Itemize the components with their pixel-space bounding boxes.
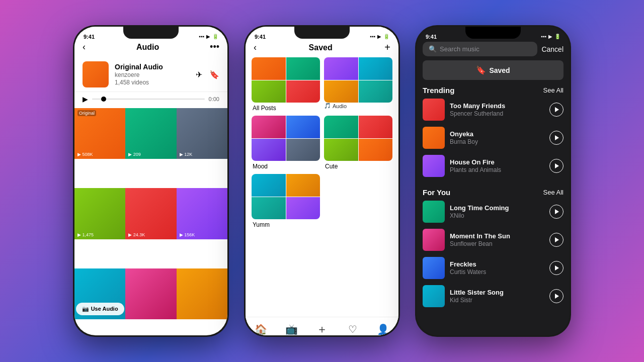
collection-cute[interactable]: Cute: [324, 116, 392, 170]
music-item-onyeka[interactable]: Onyeka Burna Boy: [423, 127, 564, 149]
collection-audio[interactable]: 🎵Audio: [324, 57, 392, 112]
saved-tab[interactable]: 🔖 Saved: [423, 60, 564, 80]
collection-name-mood: Mood: [252, 163, 320, 170]
nav-create-icon[interactable]: ＋: [313, 322, 331, 335]
music-item-freckles[interactable]: Freckles Curtis Waters: [423, 257, 564, 279]
video-cell[interactable]: ▶ 209: [125, 108, 176, 159]
nav-profile-icon[interactable]: 👤: [374, 322, 392, 335]
status-time-1: 9:41: [84, 34, 95, 40]
music-art: [423, 229, 445, 251]
video-cell[interactable]: ▶ 1,475: [74, 188, 125, 239]
audio-video-count: 1,458 videos: [115, 79, 190, 86]
collection-yumm[interactable]: Yumm: [252, 174, 320, 228]
play-button-1[interactable]: [549, 103, 564, 117]
status-time-2: 9:41: [255, 34, 266, 40]
music-art: [423, 285, 445, 307]
music-artist: Burna Boy: [450, 138, 544, 145]
back-icon[interactable]: ‹: [83, 42, 86, 52]
status-icons-1: ▪▪▪▶🔋: [199, 34, 218, 39]
music-art: [423, 201, 445, 223]
play-button-3[interactable]: [549, 159, 564, 173]
music-title: Onyeka: [450, 130, 544, 138]
cancel-button[interactable]: Cancel: [541, 45, 564, 53]
saved-header: ‹ Saved +: [246, 40, 398, 57]
trending-title: Trending: [423, 86, 454, 95]
add-icon[interactable]: +: [384, 42, 390, 53]
audio-progress: ▶ 0:00: [74, 92, 227, 108]
collection-mood[interactable]: Mood: [252, 116, 320, 170]
video-cell[interactable]: 📷 Use Audio: [74, 268, 125, 319]
music-artist: Spencer Sutherland: [450, 110, 544, 117]
status-icons-2: ▪▪▪▶🔋: [370, 34, 389, 39]
collection-name-all-posts: All Posts: [252, 105, 320, 112]
nav-home-icon[interactable]: 🏠: [252, 322, 270, 335]
bookmark-icon[interactable]: 🔖: [209, 70, 219, 79]
collection-name-yumm: Yumm: [252, 221, 320, 228]
play-button-2[interactable]: [549, 131, 564, 145]
video-cell[interactable]: Original ▶ 508K: [74, 108, 125, 159]
collection-name-cute: Cute: [324, 163, 392, 170]
music-item-moment-sun[interactable]: Moment In The Sun Sunflower Bean: [423, 229, 564, 251]
music-title: Little Sister Song: [450, 289, 544, 296]
use-audio-button[interactable]: 📷 Use Audio: [76, 303, 124, 315]
phone-saved: 9:41 ▪▪▪▶🔋 ‹ Saved +: [244, 25, 400, 337]
audio-info: Original Audio kenzoere 1,458 videos ✈ 🔖: [74, 56, 227, 92]
cell-views: ▶ 156K: [180, 232, 195, 237]
phone-audio: 9:41 ▪▪▪▶🔋 ‹ Audio ••• Original: [73, 25, 229, 337]
cell-views: ▶ 209: [128, 152, 141, 157]
music-artist: XNilo: [450, 212, 544, 219]
play-button-6[interactable]: [549, 261, 564, 275]
share-icon[interactable]: ✈: [196, 70, 202, 79]
trending-see-all[interactable]: See All: [543, 86, 564, 94]
music-item-house-on-fire[interactable]: House On Fire Plants and Animals: [423, 155, 564, 177]
collection-all-posts[interactable]: All Posts: [252, 57, 320, 112]
play-button[interactable]: ▶: [83, 95, 88, 103]
nav-reels-icon[interactable]: 📺: [282, 322, 300, 335]
cell-views: ▶ 12K: [180, 152, 193, 157]
status-icons-3: ▪▪▪▶🔋: [541, 34, 560, 39]
cell-label: Original: [77, 110, 96, 116]
music-artist: Kid Sistr: [450, 297, 544, 304]
video-cell[interactable]: ▶ 12K: [177, 108, 227, 159]
nav-activity-icon[interactable]: ♡: [344, 322, 362, 335]
search-bar[interactable]: 🔍 Search music: [423, 42, 537, 56]
music-art: [423, 155, 445, 177]
music-title: Too Many Friends: [450, 102, 544, 110]
audio-avatar: [83, 61, 109, 87]
music-artist: Plants and Animals: [450, 166, 544, 173]
search-placeholder: Search music: [440, 45, 479, 53]
saved-page-title: Saved: [257, 43, 384, 52]
music-art: [423, 257, 445, 279]
audio-track-name: Original Audio: [115, 63, 190, 71]
bookmark-icon-2: 🔖: [476, 65, 486, 75]
play-button-5[interactable]: [549, 233, 564, 247]
search-icon: 🔍: [429, 45, 437, 53]
more-icon[interactable]: •••: [210, 42, 219, 52]
audio-title: Audio: [136, 43, 159, 52]
video-cell[interactable]: ▶ 24.3K: [125, 188, 176, 239]
video-cell[interactable]: [177, 268, 227, 319]
music-title: Moment In The Sun: [450, 232, 544, 240]
status-time-3: 9:41: [426, 34, 437, 40]
video-grid: Original ▶ 508K ▶ 209 ▶ 12K ▶ 1,475: [74, 108, 227, 335]
music-art: [423, 99, 445, 121]
saved-content: All Posts 🎵Audio: [246, 57, 398, 317]
play-button-4[interactable]: [549, 205, 564, 219]
progress-bar[interactable]: [92, 99, 205, 100]
music-search-header: 🔍 Search music Cancel: [417, 40, 570, 60]
for-you-title: For You: [423, 188, 450, 197]
video-cell[interactable]: ▶ 156K: [177, 188, 227, 239]
saved-tab-label: Saved: [489, 66, 510, 74]
music-item-too-many-friends[interactable]: Too Many Friends Spencer Sutherland: [423, 99, 564, 121]
music-artist: Curtis Waters: [450, 268, 544, 276]
music-item-little-sister[interactable]: Little Sister Song Kid Sistr: [423, 285, 564, 307]
trending-section: Trending See All Too Many Friends Spence…: [417, 84, 570, 183]
collections-grid: All Posts 🎵Audio: [252, 57, 392, 170]
cell-views: ▶ 1,475: [77, 232, 94, 237]
music-item-long-time[interactable]: Long Time Coming XNilo: [423, 201, 564, 223]
collection-name-audio: 🎵Audio: [324, 103, 392, 109]
video-cell[interactable]: [125, 268, 176, 319]
for-you-section: For You See All Long Time Coming XNilo M…: [417, 186, 570, 313]
play-button-7[interactable]: [549, 289, 564, 303]
for-you-see-all[interactable]: See All: [543, 189, 564, 196]
